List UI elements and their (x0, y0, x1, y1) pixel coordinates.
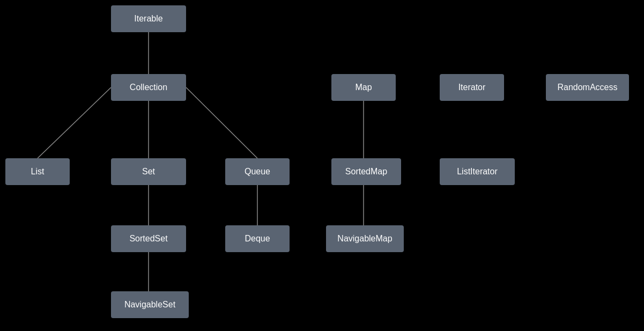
node-set[interactable]: Set (111, 158, 186, 185)
node-collection[interactable]: Collection (111, 74, 186, 101)
node-label-navigableset: NavigableSet (124, 300, 175, 310)
node-iterable[interactable]: Iterable (111, 5, 186, 32)
node-label-collection: Collection (130, 83, 167, 92)
node-label-iterable: Iterable (134, 14, 162, 24)
connector-lines (0, 0, 644, 331)
node-label-sortedset: SortedSet (129, 234, 167, 244)
node-label-map: Map (355, 83, 372, 92)
node-map[interactable]: Map (331, 74, 396, 101)
node-label-queue: Queue (245, 167, 270, 176)
node-queue[interactable]: Queue (225, 158, 290, 185)
node-label-list: List (31, 167, 45, 176)
node-label-sortedmap: SortedMap (345, 167, 387, 176)
node-iterator[interactable]: Iterator (440, 74, 504, 101)
svg-line-1 (38, 87, 111, 158)
node-sortedmap[interactable]: SortedMap (331, 158, 401, 185)
node-deque[interactable]: Deque (225, 225, 290, 252)
node-randomaccess[interactable]: RandomAccess (546, 74, 629, 101)
svg-line-3 (186, 87, 257, 158)
node-navigableset[interactable]: NavigableSet (111, 291, 189, 318)
node-label-listiterator: ListIterator (457, 167, 498, 176)
node-list[interactable]: List (5, 158, 70, 185)
node-label-iterator: Iterator (458, 83, 486, 92)
node-listiterator[interactable]: ListIterator (440, 158, 515, 185)
node-label-navigablemap: NavigableMap (337, 234, 392, 244)
node-label-deque: Deque (245, 234, 270, 244)
diagram: IterableCollectionListSetQueueMapIterato… (0, 0, 644, 331)
node-label-set: Set (142, 167, 155, 176)
node-label-randomaccess: RandomAccess (557, 83, 617, 92)
node-sortedset[interactable]: SortedSet (111, 225, 186, 252)
node-navigablemap[interactable]: NavigableMap (326, 225, 404, 252)
